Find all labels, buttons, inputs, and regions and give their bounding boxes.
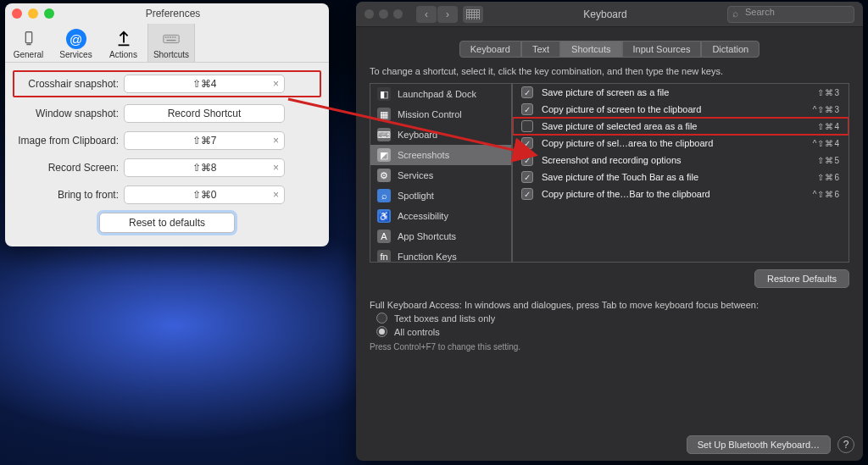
shortcut-row[interactable]: ✓ Copy picture of screen to the clipboar… bbox=[513, 101, 849, 118]
category-item[interactable]: ♿Accessibility bbox=[370, 206, 511, 226]
clear-icon[interactable]: × bbox=[273, 189, 279, 201]
shortcut-field[interactable]: ⇧⌘0 × bbox=[124, 185, 285, 204]
category-item[interactable]: ⌨Keyboard bbox=[370, 125, 511, 145]
shortcut-label: Crosshair snapshot: bbox=[17, 78, 124, 90]
shortcut-value: ⇧⌘4 bbox=[192, 78, 217, 90]
restore-defaults-button[interactable]: Restore Defaults bbox=[754, 269, 849, 288]
category-icon: ◧ bbox=[377, 87, 391, 101]
preferences-window: Preferences General @ Services Actions S… bbox=[5, 3, 329, 246]
category-icon: ▦ bbox=[377, 108, 391, 121]
clear-icon[interactable]: × bbox=[273, 78, 279, 90]
clear-icon[interactable]: × bbox=[273, 162, 279, 174]
shortcut-label: Window snapshot: bbox=[17, 108, 124, 119]
reset-defaults-button[interactable]: Reset to defaults bbox=[99, 213, 235, 233]
checkbox[interactable]: ✓ bbox=[521, 154, 533, 166]
category-label: Keyboard bbox=[398, 130, 437, 140]
radio-button[interactable] bbox=[376, 326, 387, 337]
search-input[interactable]: Search bbox=[727, 6, 854, 23]
tab-dictation[interactable]: Dictation bbox=[701, 41, 760, 58]
category-item[interactable]: fnFunction Keys bbox=[370, 246, 511, 263]
category-icon: A bbox=[377, 230, 391, 243]
tab-shortcuts[interactable]: Shortcuts bbox=[560, 41, 621, 58]
shortcut-field[interactable]: ⇧⌘4 × bbox=[124, 75, 285, 93]
category-label: Spotlight bbox=[398, 191, 434, 201]
prefs-toolbar: General @ Services Actions Shortcuts bbox=[5, 24, 329, 63]
keyboard-window: ‹ › Keyboard Search KeyboardTextShortcut… bbox=[356, 2, 863, 461]
shortcut-key: ⇧⌘4 bbox=[817, 122, 840, 131]
tab-input-sources[interactable]: Input Sources bbox=[622, 41, 702, 58]
keyboard-access-label: Full Keyboard Access: In windows and dia… bbox=[370, 300, 849, 310]
shortcut-row: Crosshair snapshot: ⇧⌘4 × bbox=[13, 70, 321, 97]
category-icon: ⚙ bbox=[377, 169, 391, 182]
checkbox[interactable] bbox=[521, 120, 533, 132]
shortcut-key: ^⇧⌘4 bbox=[813, 139, 840, 148]
shortcuts-pane[interactable]: ✓ Save picture of screen as a file ⇧⌘3✓ … bbox=[512, 83, 849, 263]
prefs-title: Preferences bbox=[24, 8, 322, 19]
toolbar-actions[interactable]: Actions bbox=[100, 24, 147, 62]
category-item[interactable]: ⚙Services bbox=[370, 165, 511, 185]
close-icon[interactable] bbox=[12, 8, 22, 19]
svg-rect-3 bbox=[164, 35, 179, 42]
actions-icon bbox=[100, 28, 147, 50]
checkbox[interactable]: ✓ bbox=[521, 103, 533, 115]
svg-rect-5 bbox=[167, 36, 169, 37]
shortcut-row[interactable]: Save picture of selected area as a file … bbox=[513, 118, 849, 135]
shortcut-row: Image from Clipboard: ⇧⌘7 × bbox=[17, 131, 317, 150]
shortcut-row: Window snapshot: Record Shortcut bbox=[17, 104, 317, 123]
services-icon: @ bbox=[53, 28, 99, 50]
svg-rect-6 bbox=[170, 36, 171, 37]
categories-pane[interactable]: ◧Launchpad & Dock▦Mission Control⌨Keyboa… bbox=[370, 83, 512, 263]
shortcuts-description: To change a shortcut, select it, click t… bbox=[356, 66, 863, 83]
shortcut-row[interactable]: ✓ Screenshot and recording options ⇧⌘5 bbox=[513, 152, 849, 169]
clear-icon[interactable]: × bbox=[273, 135, 279, 147]
back-button[interactable]: ‹ bbox=[416, 6, 437, 23]
checkbox[interactable]: ✓ bbox=[521, 86, 533, 98]
show-all-button[interactable] bbox=[463, 6, 483, 23]
toolbar-general[interactable]: General bbox=[5, 24, 53, 62]
category-label: Screenshots bbox=[398, 150, 449, 160]
shortcut-row[interactable]: ✓ Save picture of screen as a file ⇧⌘3 bbox=[513, 84, 849, 101]
radio-row[interactable]: Text boxes and lists only bbox=[370, 310, 849, 324]
category-item[interactable]: ◧Launchpad & Dock bbox=[370, 84, 511, 104]
shortcut-label: Record Screen: bbox=[17, 162, 124, 174]
radio-button[interactable] bbox=[376, 313, 387, 324]
radio-row[interactable]: All controls bbox=[370, 324, 849, 337]
category-item[interactable]: ▦Mission Control bbox=[370, 104, 511, 125]
close-icon[interactable] bbox=[364, 9, 374, 19]
checkbox[interactable]: ✓ bbox=[521, 137, 533, 149]
checkbox[interactable]: ✓ bbox=[521, 171, 533, 183]
tab-keyboard[interactable]: Keyboard bbox=[459, 41, 521, 58]
shortcut-label: Save picture of screen as a file bbox=[542, 87, 817, 97]
shortcut-label: Bring to front: bbox=[17, 189, 124, 201]
shortcut-value: ⇧⌘0 bbox=[192, 189, 217, 201]
shortcut-field[interactable]: Record Shortcut bbox=[124, 104, 285, 123]
category-item[interactable]: AApp Shortcuts bbox=[370, 226, 511, 246]
category-icon: ◩ bbox=[377, 148, 391, 162]
forward-button[interactable]: › bbox=[437, 6, 458, 23]
category-icon: ⌕ bbox=[377, 189, 391, 202]
radio-label: Text boxes and lists only bbox=[394, 313, 495, 324]
category-label: Launchpad & Dock bbox=[398, 89, 476, 99]
toolbar-shortcuts[interactable]: Shortcuts bbox=[147, 24, 195, 62]
minimize-icon[interactable] bbox=[379, 9, 388, 19]
shortcut-row[interactable]: ✓ Copy picture of sel…area to the clipbo… bbox=[513, 135, 849, 152]
shortcut-row[interactable]: ✓ Copy picture of the…Bar to the clipboa… bbox=[513, 185, 849, 202]
shortcut-row[interactable]: ✓ Save picture of the Touch Bar as a fil… bbox=[513, 169, 849, 185]
shortcut-label: Screenshot and recording options bbox=[542, 155, 817, 165]
toolbar-services[interactable]: @ Services bbox=[53, 24, 100, 62]
category-item[interactable]: ⌕Spotlight bbox=[370, 185, 511, 206]
help-button[interactable]: ? bbox=[837, 436, 854, 453]
shortcut-field[interactable]: ⇧⌘8 × bbox=[124, 158, 285, 177]
keyboard-icon bbox=[148, 28, 194, 50]
shortcut-label: Copy picture of sel…area to the clipboar… bbox=[542, 138, 813, 148]
maximize-icon[interactable] bbox=[393, 9, 403, 19]
checkbox[interactable]: ✓ bbox=[521, 188, 533, 200]
shortcut-label: Save picture of selected area as a file bbox=[542, 121, 817, 131]
hint-text: Press Control+F7 to change this setting. bbox=[356, 337, 863, 357]
svg-rect-9 bbox=[167, 40, 176, 41]
shortcut-field[interactable]: ⇧⌘7 × bbox=[124, 131, 285, 150]
category-item[interactable]: ◩Screenshots bbox=[370, 145, 511, 165]
bluetooth-keyboard-button[interactable]: Set Up Bluetooth Keyboard… bbox=[687, 435, 831, 454]
tab-text[interactable]: Text bbox=[521, 41, 560, 58]
radio-label: All controls bbox=[394, 327, 440, 337]
